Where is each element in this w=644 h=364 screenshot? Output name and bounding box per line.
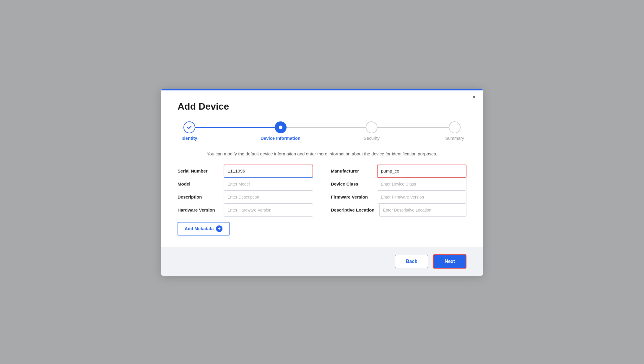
modal-footer: Back Next <box>161 247 483 276</box>
label-device-class: Device Class <box>331 181 372 186</box>
step-label-device-info: Device Information <box>261 136 300 141</box>
input-serial-number[interactable] <box>224 165 313 178</box>
step-circle-identity <box>183 121 195 133</box>
form-row-hardware-version: Hardware Version <box>178 204 313 217</box>
input-manufacturer[interactable] <box>377 165 466 178</box>
close-button[interactable]: × <box>472 94 476 100</box>
form-row-firmware-version: Firmware Version <box>331 191 466 204</box>
next-button[interactable]: Next <box>433 254 466 269</box>
form-row-description: Description <box>178 191 313 204</box>
form-grid: Serial Number Model Description <box>178 165 466 217</box>
modal-body: Add Device Identity <box>161 90 483 243</box>
label-hardware-version: Hardware Version <box>178 207 219 212</box>
modal-title: Add Device <box>178 101 466 112</box>
label-description: Description <box>178 194 219 199</box>
input-firmware-version[interactable] <box>377 191 466 204</box>
form-right-col: Manufacturer Device Class Firmware Versi… <box>331 165 466 217</box>
step-circle-device-info <box>275 121 287 133</box>
add-metadata-button[interactable]: Add Metadata + <box>178 222 230 235</box>
form-row-manufacturer: Manufacturer <box>331 165 466 178</box>
stepper-steps: Identity Device Information Security <box>178 121 466 141</box>
stepper-step-security: Security <box>360 121 383 141</box>
input-device-class[interactable] <box>377 178 466 191</box>
modal: × Add Device Identity <box>161 89 483 276</box>
stepper-step-summary: Summary <box>443 121 466 141</box>
step-circle-summary <box>449 121 461 133</box>
description-text: You can modify the default device inform… <box>178 151 466 156</box>
form-row-descriptive-location: Descriptive Location <box>331 204 466 217</box>
plus-icon: + <box>216 225 222 232</box>
modal-overlay: × Add Device Identity <box>0 0 644 364</box>
step-label-summary: Summary <box>445 136 464 141</box>
back-button[interactable]: Back <box>395 255 428 268</box>
add-metadata-label: Add Metadata <box>185 226 214 231</box>
label-model: Model <box>178 181 219 186</box>
form-row-serial-number: Serial Number <box>178 165 313 178</box>
stepper-step-device-info: Device Information <box>261 121 300 141</box>
label-firmware-version: Firmware Version <box>331 194 372 199</box>
input-descriptive-location[interactable] <box>379 204 466 217</box>
form-left-col: Serial Number Model Description <box>178 165 313 217</box>
label-serial-number: Serial Number <box>178 168 219 173</box>
input-description[interactable] <box>224 191 313 204</box>
form-row-device-class: Device Class <box>331 178 466 191</box>
input-model[interactable] <box>224 178 313 191</box>
label-descriptive-location: Descriptive Location <box>331 207 375 212</box>
input-hardware-version[interactable] <box>224 204 313 217</box>
label-manufacturer: Manufacturer <box>331 168 372 173</box>
step-label-identity: Identity <box>181 136 197 141</box>
stepper: Identity Device Information Security <box>178 121 466 141</box>
step-circle-security <box>366 121 378 133</box>
stepper-step-identity: Identity <box>178 121 201 141</box>
step-label-security: Security <box>364 136 380 141</box>
form-row-model: Model <box>178 178 313 191</box>
